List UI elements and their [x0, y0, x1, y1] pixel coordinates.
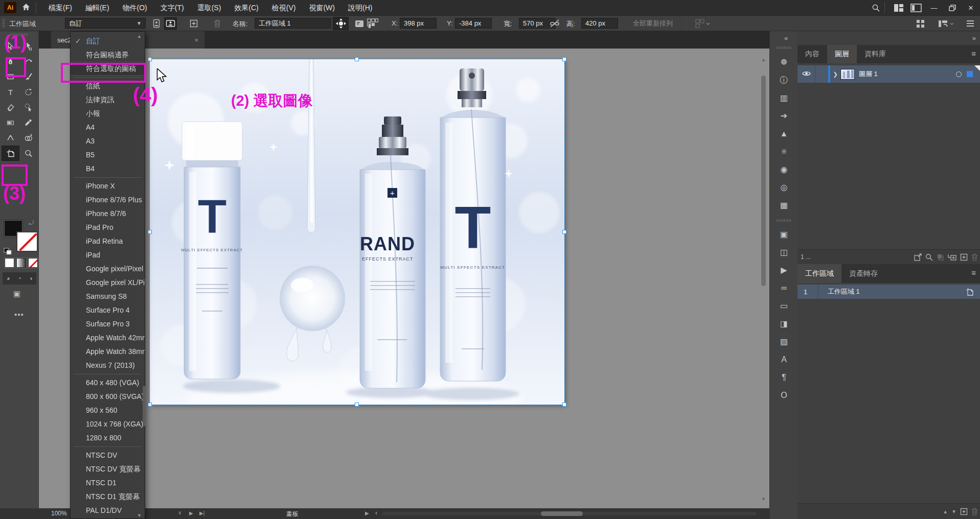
preset-menu-item[interactable]: iPad Pro: [71, 221, 145, 234]
reference-point-widget[interactable]: [333, 17, 349, 30]
layer-selection-proxy[interactable]: [967, 71, 973, 77]
menubar-item[interactable]: 物件(O): [116, 0, 154, 15]
menubar-item[interactable]: 選取(S): [191, 0, 228, 15]
preset-menu-item[interactable]: NTSC DV: [71, 449, 145, 462]
shaper-tool[interactable]: [19, 100, 37, 115]
tab-content[interactable]: 內容: [797, 45, 827, 63]
gradient-button[interactable]: [16, 258, 26, 268]
shape-builder-tool[interactable]: [19, 130, 37, 146]
artboard-page-icon[interactable]: [966, 288, 974, 296]
make-mask-icon[interactable]: [937, 253, 944, 261]
preset-menu-item[interactable]: NTSC D1 寬螢幕: [71, 490, 145, 504]
character-icon[interactable]: A: [770, 355, 798, 364]
new-layer-icon[interactable]: [960, 253, 968, 261]
preset-menu-item[interactable]: NTSC D1: [71, 476, 145, 490]
stroke-icon[interactable]: ≡: [770, 147, 798, 156]
eraser-tool[interactable]: [2, 100, 19, 115]
variables-icon[interactable]: ▲: [770, 129, 798, 138]
panel-menu-icon[interactable]: ≡: [971, 49, 976, 58]
height-input[interactable]: 420 px: [581, 18, 618, 29]
menubar-item[interactable]: 檔案(F): [42, 0, 79, 15]
link-dimensions-icon[interactable]: [548, 17, 561, 30]
preset-menu-item[interactable]: iPhone 8/7/6 Plus: [71, 193, 145, 207]
menubar-item[interactable]: 檢視(V): [265, 0, 303, 15]
restore-button[interactable]: [943, 0, 962, 15]
artboard-row[interactable]: 1 工作區域 1: [797, 285, 980, 299]
mode-normal-icon[interactable]: ◕: [3, 272, 14, 285]
target-icon[interactable]: ◎: [770, 183, 798, 192]
workspace-switcher-icon[interactable]: [890, 0, 907, 15]
artboard-options-icon[interactable]: [353, 17, 366, 30]
controlbar-grip[interactable]: [2, 19, 5, 28]
preset-menu-item[interactable]: Google pixel XL/Pixel 2 XL: [71, 276, 145, 290]
document-arrange-icon[interactable]: [907, 0, 925, 15]
preset-menu-item[interactable]: Nexus 7 (2013): [71, 359, 145, 372]
preset-menu-item[interactable]: B4: [71, 162, 145, 176]
preset-menu-item[interactable]: B5: [71, 148, 145, 162]
preset-menu-item[interactable]: Surface Pro 4: [71, 303, 145, 317]
preset-menu-item[interactable]: 640 x 480 (VGA): [71, 376, 145, 390]
menubar-item[interactable]: 文字(T): [154, 0, 191, 15]
settings-wheel-icon[interactable]: ☸: [770, 58, 798, 67]
menubar-item[interactable]: 視窗(W): [302, 0, 341, 15]
preset-menu-item[interactable]: A3: [71, 134, 145, 148]
zoom-tool[interactable]: [19, 146, 37, 161]
preset-menu-item[interactable]: 小報: [71, 107, 145, 121]
home-icon[interactable]: [21, 3, 31, 12]
grid-view-icon[interactable]: [914, 17, 927, 30]
tab-libraries[interactable]: 資料庫: [857, 45, 894, 63]
x-input[interactable]: 398 px: [400, 18, 437, 29]
pattern-icon[interactable]: ◨: [770, 319, 798, 328]
card-icon[interactable]: ▭: [770, 301, 798, 311]
selection-handle[interactable]: [355, 57, 359, 61]
preset-menu-item[interactable]: ✓自訂: [71, 34, 145, 48]
menu-scrollbar[interactable]: [143, 386, 145, 427]
export-icon[interactable]: ➔: [770, 111, 798, 121]
layer-target-icon[interactable]: [956, 72, 962, 77]
preset-menu-item[interactable]: iPhone 8/7/6: [71, 207, 145, 221]
preset-menu-item[interactable]: A4: [71, 121, 145, 134]
ellipse-icon[interactable]: O: [770, 391, 798, 400]
layer-thumbnail[interactable]: [840, 69, 855, 80]
rearrange-grid-icon[interactable]: [693, 17, 713, 30]
more-tools-icon[interactable]: •••: [14, 310, 24, 319]
delete-layer-icon[interactable]: [971, 253, 978, 261]
gradient-tool[interactable]: [2, 115, 19, 130]
new-sublayer-icon[interactable]: [948, 253, 956, 261]
mode-outline-icon[interactable]: ◔: [14, 272, 25, 285]
preset-menu-item[interactable]: iPad: [71, 248, 145, 262]
close-button[interactable]: ✕: [962, 0, 980, 15]
selection-handle[interactable]: [562, 57, 566, 61]
selection-handle[interactable]: [148, 403, 152, 407]
scroll-up-icon[interactable]: ▲: [761, 57, 766, 62]
new-artboard-button[interactable]: [187, 17, 200, 30]
panel-menu-icon[interactable]: ≡: [971, 268, 976, 277]
preset-menu-item[interactable]: Apple Watch 42mm: [71, 331, 145, 345]
menu-scroll-down-icon[interactable]: ▼: [137, 513, 977, 518]
link-icon[interactable]: ∞: [770, 284, 798, 293]
vertical-scrollbar[interactable]: [761, 76, 766, 286]
list-menu-icon[interactable]: [964, 17, 976, 30]
copy-icon[interactable]: ◫: [770, 248, 798, 257]
menubar-item[interactable]: 編輯(E): [79, 0, 116, 15]
preset-menu-item[interactable]: Surface Pro 3: [71, 317, 145, 331]
collect-export-icon[interactable]: [914, 253, 922, 261]
preset-menu-item[interactable]: 960 x 560: [71, 404, 145, 417]
type-tool[interactable]: T: [2, 84, 19, 100]
preset-menu-item[interactable]: 1024 x 768 (XGA): [71, 417, 145, 431]
strip-grip[interactable]: [777, 46, 792, 49]
delete-artboard-icon[interactable]: [211, 17, 223, 30]
artboard-tool[interactable]: [2, 146, 19, 161]
draw-mode-icon[interactable]: ▣: [13, 289, 20, 298]
scroll-down-icon[interactable]: ▼: [761, 497, 766, 502]
selection-handle[interactable]: [148, 230, 152, 234]
info-icon[interactable]: ⓘ: [770, 76, 798, 85]
preset-menu-item[interactable]: 符合圖稿邊界: [71, 48, 145, 62]
artboard-name-input[interactable]: 工作區域 1: [255, 18, 331, 29]
tab-layers[interactable]: 圖層: [827, 45, 857, 63]
preset-menu-item[interactable]: iPhone X: [71, 179, 145, 193]
swap-fill-stroke-icon[interactable]: ⤾: [29, 219, 34, 226]
menubar-item[interactable]: 效果(C): [227, 0, 265, 15]
actions-icon[interactable]: ▶: [770, 266, 798, 275]
expand-layer-chevron[interactable]: ❯: [830, 71, 840, 78]
